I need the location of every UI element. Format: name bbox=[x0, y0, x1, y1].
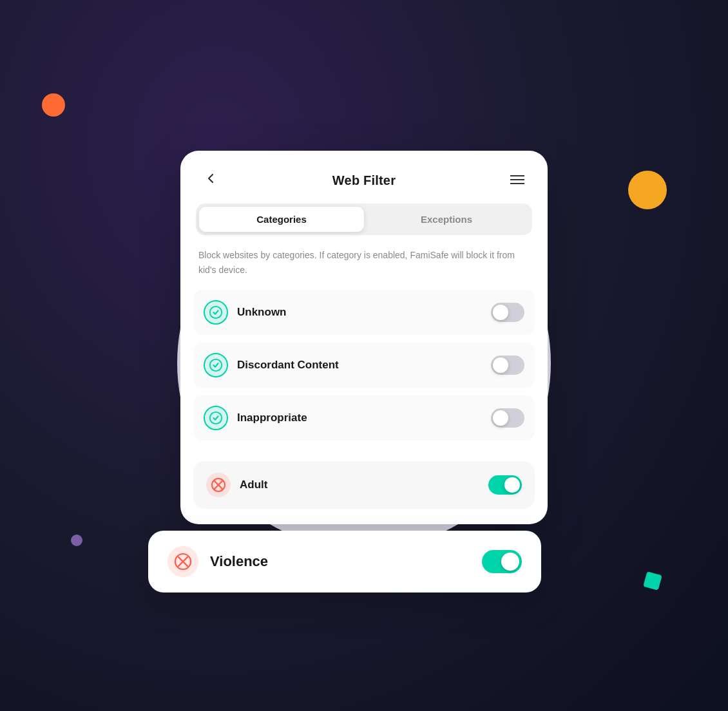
violence-label: Violence bbox=[210, 553, 482, 570]
menu-button[interactable] bbox=[505, 171, 530, 191]
phone-mockup: Web Filter Categories Exceptions Block w… bbox=[171, 151, 557, 560]
svg-point-3 bbox=[210, 307, 222, 318]
adult-icon bbox=[206, 473, 231, 497]
decorative-dot-teal bbox=[643, 571, 662, 590]
tab-categories[interactable]: Categories bbox=[199, 207, 364, 232]
unknown-label: Unknown bbox=[237, 306, 491, 319]
violence-icon bbox=[168, 546, 198, 577]
discordant-label: Discordant Content bbox=[237, 359, 491, 372]
violence-toggle[interactable] bbox=[482, 550, 522, 573]
category-item-discordant: Discordant Content bbox=[193, 343, 535, 388]
web-filter-card: Web Filter Categories Exceptions Block w… bbox=[180, 151, 548, 524]
svg-point-4 bbox=[210, 359, 222, 371]
decorative-dot-purple bbox=[71, 535, 82, 546]
category-item-inappropriate: Inappropriate bbox=[193, 395, 535, 441]
category-list: Unknown Discordant Content bbox=[180, 290, 548, 461]
unknown-toggle[interactable] bbox=[491, 303, 524, 322]
back-icon bbox=[204, 171, 218, 185]
adult-toggle[interactable] bbox=[488, 475, 522, 495]
filter-description: Block websites by categories. If categor… bbox=[180, 248, 548, 290]
category-item-adult: Adult bbox=[193, 461, 535, 509]
hamburger-icon bbox=[510, 175, 524, 185]
tab-bar: Categories Exceptions bbox=[196, 204, 532, 235]
adult-label: Adult bbox=[240, 479, 488, 491]
violence-card: Violence bbox=[148, 531, 541, 592]
inappropriate-toggle[interactable] bbox=[491, 408, 524, 428]
discordant-toggle[interactable] bbox=[491, 356, 524, 375]
inappropriate-icon bbox=[204, 406, 228, 430]
page-title: Web Filter bbox=[332, 173, 396, 188]
decorative-dot-orange bbox=[42, 93, 65, 117]
back-button[interactable] bbox=[198, 169, 223, 192]
inappropriate-label: Inappropriate bbox=[237, 412, 491, 424]
decorative-dot-yellow bbox=[628, 171, 667, 209]
unknown-icon bbox=[204, 300, 228, 325]
svg-point-5 bbox=[210, 412, 222, 424]
discordant-icon bbox=[204, 353, 228, 377]
app-header: Web Filter bbox=[180, 151, 548, 204]
phone-bottom-section: Adult bbox=[180, 461, 548, 524]
tab-exceptions[interactable]: Exceptions bbox=[364, 207, 529, 232]
category-item-unknown: Unknown bbox=[193, 290, 535, 335]
